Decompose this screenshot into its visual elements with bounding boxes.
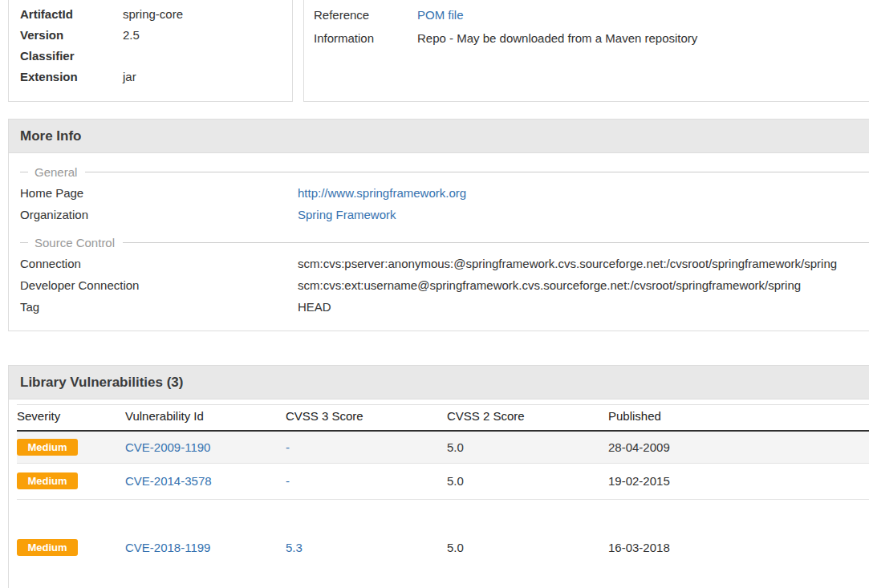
information-label: Information	[314, 31, 417, 45]
table-header-row: Severity Vulnerability Id CVSS 3 Score C…	[17, 405, 869, 432]
information-row: Information Repo - May be downloaded fro…	[314, 26, 869, 50]
tag-value: HEAD	[298, 300, 869, 314]
legend-line	[20, 172, 28, 172]
vulnerabilities-title: Library Vulnerabilities (3)	[20, 375, 183, 391]
more-info-header: More Info	[9, 120, 869, 153]
source-control-legend-label: Source Control	[35, 236, 115, 249]
severity-badge: Medium	[17, 439, 78, 456]
table-row: Medium CVE-2018-1199 5.3 5.0 16-03-2018	[17, 499, 869, 588]
vulnerabilities-table-wrap: Severity Vulnerability Id CVSS 3 Score C…	[9, 399, 869, 588]
home-page-row: Home Page http://www.springframework.org	[20, 182, 869, 204]
cvss3-score[interactable]: -	[286, 440, 290, 454]
extension-label: Extension	[20, 70, 123, 83]
home-page-label: Home Page	[20, 186, 298, 200]
home-page-link[interactable]: http://www.springframework.org	[298, 186, 869, 200]
reference-label: Reference	[314, 8, 417, 22]
cve-link[interactable]: CVE-2014-3578	[125, 474, 212, 488]
information-value: Repo - May be downloaded from a Maven re…	[417, 31, 697, 45]
artifactid-label: ArtifactId	[20, 7, 123, 21]
severity-badge: Medium	[17, 472, 78, 489]
legend-line	[20, 242, 28, 243]
developer-connection-value: scm:cvs:ext:username@springframework.cvs…	[298, 278, 869, 292]
developer-connection-label: Developer Connection	[20, 278, 298, 292]
connection-label: Connection	[20, 257, 298, 270]
cve-link[interactable]: CVE-2018-1199	[125, 541, 210, 554]
col-vulnerability-id: Vulnerability Id	[125, 405, 286, 432]
vulnerabilities-panel: Library Vulnerabilities (3) Severity Vul…	[8, 365, 869, 588]
col-cvss3-score: CVSS 3 Score	[286, 405, 447, 432]
vulnerabilities-table: Severity Vulnerability Id CVSS 3 Score C…	[17, 404, 869, 588]
reference-panel: Reference POM file Information Repo - Ma…	[303, 0, 869, 102]
tag-label: Tag	[20, 300, 298, 314]
vulnerabilities-header: Library Vulnerabilities (3)	[9, 366, 869, 399]
artifact-row: Version 2.5	[20, 24, 292, 45]
organization-row: Organization Spring Framework	[20, 204, 869, 225]
developer-connection-row: Developer Connection scm:cvs:ext:usernam…	[20, 274, 869, 296]
artifact-row: Classifier	[20, 45, 292, 66]
general-legend-label: General	[35, 165, 77, 179]
reference-row: Reference POM file	[314, 3, 869, 26]
legend-line	[123, 242, 869, 243]
cvss3-score[interactable]: 5.3	[286, 541, 303, 554]
source-control-section-legend: Source Control	[20, 232, 869, 253]
col-published: Published	[608, 405, 869, 432]
version-label: Version	[20, 28, 123, 42]
col-severity: Severity	[17, 405, 125, 432]
artifact-identifier-panel: ArtifactId spring-core Version 2.5 Class…	[8, 0, 293, 102]
artifact-row: ArtifactId spring-core	[20, 3, 292, 24]
cvss2-score: 5.0	[447, 474, 464, 488]
connection-row: Connection scm:cvs:pserver:anonymous:@sp…	[20, 253, 869, 274]
artifactid-value: spring-core	[123, 7, 183, 21]
classifier-label: Classifier	[20, 49, 123, 63]
table-row: Medium CVE-2014-3578 - 5.0 19-02-2015	[17, 463, 869, 499]
connection-value: scm:cvs:pserver:anonymous:@springframewo…	[298, 257, 869, 270]
tag-row: Tag HEAD	[20, 296, 869, 318]
severity-badge: Medium	[17, 539, 78, 556]
more-info-panel: More Info General Home Page http://www.s…	[8, 119, 869, 331]
published-date: 16-03-2018	[608, 541, 670, 554]
published-date: 28-04-2009	[608, 440, 670, 454]
organization-link[interactable]: Spring Framework	[298, 208, 869, 221]
legend-line	[85, 172, 869, 172]
version-value: 2.5	[123, 28, 140, 42]
extension-value: jar	[123, 70, 136, 83]
cvss2-score: 5.0	[447, 440, 464, 454]
more-info-title: More Info	[20, 128, 82, 144]
cvss2-score: 5.0	[447, 541, 464, 554]
table-row: Medium CVE-2009-1190 - 5.0 28-04-2009	[17, 431, 869, 463]
organization-label: Organization	[20, 208, 298, 221]
artifact-row: Extension jar	[20, 66, 292, 87]
more-info-body: General Home Page http://www.springframe…	[9, 153, 869, 318]
cvss3-score[interactable]: -	[286, 474, 290, 488]
pom-file-link[interactable]: POM file	[417, 8, 464, 22]
general-section-legend: General	[20, 161, 869, 182]
cve-link[interactable]: CVE-2009-1190	[125, 440, 210, 454]
col-cvss2-score: CVSS 2 Score	[447, 405, 608, 432]
published-date: 19-02-2015	[608, 474, 670, 488]
page: ArtifactId spring-core Version 2.5 Class…	[0, 0, 869, 588]
